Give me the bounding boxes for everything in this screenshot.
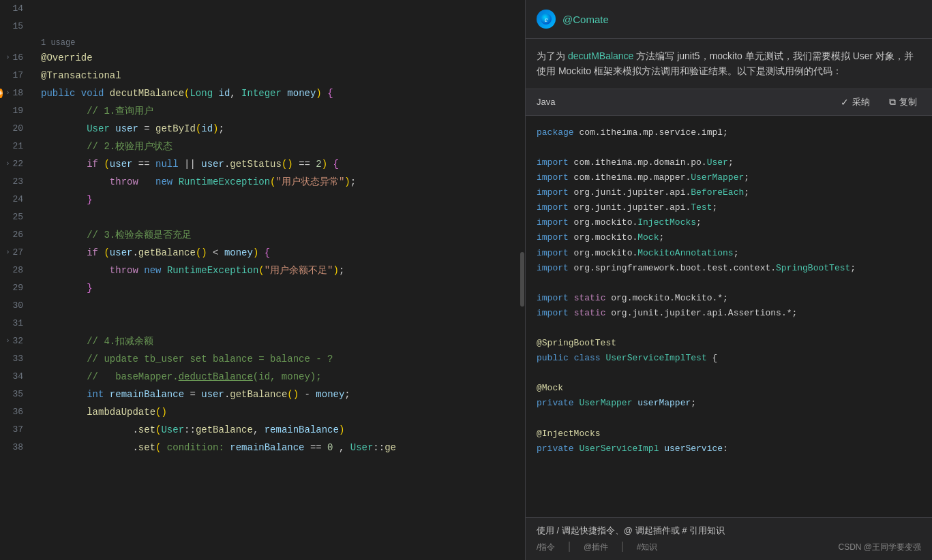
- line-content-26: // 3.检验余额是否充足: [34, 226, 525, 244]
- line-num-33: 33: [0, 350, 34, 368]
- fold-arrow-32[interactable]: ›: [5, 332, 10, 350]
- code-line-14: 14: [0, 0, 525, 18]
- line-content-36: lambdaUpdate(): [34, 403, 525, 421]
- copy-button[interactable]: ⧉ 复制: [885, 95, 921, 110]
- fold-arrow-27[interactable]: ›: [5, 244, 10, 262]
- line-content-18: public void decutMBalance(Long id, Integ…: [34, 84, 525, 102]
- code-line-26: 26 // 3.检验余额是否充足: [0, 226, 525, 244]
- line-content-21: // 2.校验用户状态: [34, 138, 525, 155]
- code-line-16: › 16 @Override: [0, 49, 525, 67]
- line-num-17: 17: [0, 67, 34, 84]
- line-num-37: 37: [0, 421, 34, 439]
- line-num-24: 24: [0, 191, 34, 208]
- code-line-24: 24 }: [0, 191, 525, 208]
- code-block-container: Java ✓ 采纳 ⧉ 复制 package com.itheima.mp.se…: [526, 89, 932, 517]
- shortcut-knowledge[interactable]: #知识: [637, 542, 658, 553]
- line-content-38: .set( condition: remainBalance == 0 , Us…: [34, 439, 525, 456]
- edge-logo-icon: e: [540, 13, 552, 25]
- code-line-34: 34 // baseMapper.deductBalance(id, money…: [0, 368, 525, 386]
- line-num-30: 30: [0, 297, 34, 315]
- line-num-34: 34: [0, 368, 34, 386]
- line-num-26: 26: [0, 226, 34, 244]
- code-line-21: 21 // 2.校验用户状态: [0, 138, 525, 155]
- desc-prefix: 为了为: [537, 50, 568, 61]
- code-line-15: 15: [0, 18, 525, 35]
- code-line-38: 38 .set( condition: remainBalance == 0 ,…: [0, 439, 525, 456]
- line-num-31: 31: [0, 315, 34, 332]
- line-content-20: User user = getById(id);: [34, 120, 525, 138]
- line-content-32: // 4.扣减余额: [34, 332, 525, 350]
- line-num-28: 28: [0, 262, 34, 279]
- code-line-18: i + › 18 public void decutMBalance(Long …: [0, 84, 525, 102]
- fold-arrow-22[interactable]: ›: [5, 155, 10, 173]
- desc-highlight: decutMBalance: [568, 50, 634, 61]
- code-line-25: 25: [0, 208, 525, 226]
- line-num-23: 23: [0, 173, 34, 191]
- line-num-21: 21: [0, 138, 34, 155]
- line-num-22: › 22: [0, 155, 34, 173]
- line-num-32: › 32: [0, 332, 34, 350]
- line-num-20: 20: [0, 120, 34, 138]
- line-num-27: › 27: [0, 244, 34, 262]
- code-line-37: 37 .set(User::getBalance, remainBalance): [0, 421, 525, 439]
- code-block-header: Java ✓ 采纳 ⧉ 复制: [526, 89, 932, 116]
- code-content: 14 15 1 usage › 16 @Override 17 @Transac…: [0, 0, 525, 560]
- usage-hint: 1 usage: [0, 35, 525, 49]
- line-content-37: .set(User::getBalance, remainBalance): [34, 421, 525, 439]
- code-lang-label: Java: [537, 97, 555, 107]
- ai-footer: 使用 / 调起快捷指令、@ 调起插件或 # 引用知识 /指令 | @插件 | #…: [526, 517, 932, 560]
- shortcut-sep-2: |: [619, 541, 626, 553]
- code-line-19: 19 // 1.查询用户: [0, 102, 525, 120]
- footer-brand: CSDN @王同学要变强: [838, 542, 921, 553]
- line-num-19: 19: [0, 102, 34, 120]
- code-line-33: 33 // update tb_user set balance = balan…: [0, 350, 525, 368]
- code-line-20: 20 User user = getById(id);: [0, 120, 525, 138]
- scrollbar-thumb: [520, 252, 524, 307]
- line-num-16: › 16: [0, 49, 34, 67]
- line-content-24: }: [34, 191, 525, 208]
- line-num-25: 25: [0, 208, 34, 226]
- code-line-28: 28 throw new RuntimeException("用户余额不足");: [0, 262, 525, 279]
- line-num-15: 15: [0, 18, 34, 35]
- code-actions: ✓ 采纳 ⧉ 复制: [837, 95, 921, 110]
- editor-scrollbar[interactable]: [520, 0, 525, 560]
- ai-header: e @Comate: [526, 0, 932, 39]
- line-content-35: int remainBalance = user.getBalance() - …: [34, 386, 525, 403]
- indicator-plus-18: +: [0, 89, 3, 98]
- line-num-29: 29: [0, 279, 34, 297]
- line-content-22: if (user == null || user.getStatus() == …: [34, 155, 525, 173]
- code-line-17: 17 @Transactional: [0, 67, 525, 84]
- code-line-27: › 27 if (user.getBalance() < money) {: [0, 244, 525, 262]
- shortcut-plugin[interactable]: @插件: [584, 542, 608, 553]
- fold-arrow-16[interactable]: ›: [5, 49, 10, 67]
- copy-icon: ⧉: [889, 96, 896, 108]
- ai-panel: e @Comate 为了为 decutMBalance 方法编写 junit5，…: [525, 0, 932, 560]
- code-block-content[interactable]: package com.itheima.mp.service.impl; imp…: [526, 116, 932, 517]
- throw-keyword: throw: [110, 176, 138, 187]
- ai-username: @Comate: [562, 14, 609, 25]
- line-content-17: @Transactional: [34, 67, 525, 84]
- code-line-30: 30: [0, 297, 525, 315]
- line-content-23: throw new RuntimeException("用户状态异常");: [34, 173, 525, 191]
- line-content-34: // baseMapper.deductBalance(id, money);: [34, 368, 525, 386]
- adopt-button[interactable]: ✓ 采纳: [837, 95, 874, 110]
- line-content-19: // 1.查询用户: [34, 102, 525, 120]
- shortcut-sep-1: |: [566, 541, 573, 553]
- code-editor: 14 15 1 usage › 16 @Override 17 @Transac…: [0, 0, 525, 560]
- code-line-23: 23 throw new RuntimeException("用户状态异常");: [0, 173, 525, 191]
- ai-footer-hint: 使用 / 调起快捷指令、@ 调起插件或 # 引用知识: [537, 525, 921, 537]
- ai-logo: e: [537, 10, 556, 29]
- line-content-16: @Override: [34, 49, 525, 67]
- fold-arrow-18[interactable]: ›: [5, 84, 10, 102]
- code-line-29: 29 }: [0, 279, 525, 297]
- code-line-22: › 22 if (user == null || user.getStatus(…: [0, 155, 525, 173]
- line-num-36: 36: [0, 403, 34, 421]
- svg-text:e: e: [545, 16, 548, 23]
- shortcut-command[interactable]: /指令: [537, 542, 555, 553]
- code-line-36: 36 lambdaUpdate(): [0, 403, 525, 421]
- line-num-14: 14: [0, 0, 34, 18]
- code-line-32: › 32 // 4.扣减余额: [0, 332, 525, 350]
- line-content-28: throw new RuntimeException("用户余额不足");: [34, 262, 525, 279]
- line-content-29: }: [34, 279, 525, 297]
- line-num-38: 38: [0, 439, 34, 456]
